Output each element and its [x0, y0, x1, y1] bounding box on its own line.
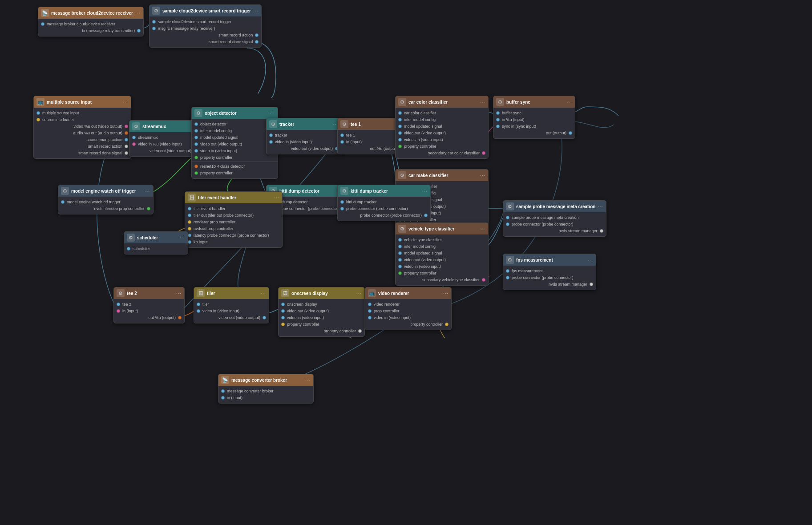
port-dot[interactable] [340, 207, 344, 210]
port-dot[interactable] [496, 125, 500, 128]
port-dot[interactable] [281, 323, 285, 326]
port-dot[interactable] [269, 133, 273, 137]
node-vehicle-type[interactable]: ⚙ vehicle type classifier ··· vehicle ty… [395, 222, 489, 286]
port-dot[interactable] [194, 171, 198, 175]
port-dot[interactable] [398, 118, 402, 121]
port-dot[interactable] [188, 240, 191, 244]
port-dot[interactable] [36, 118, 40, 121]
port-dot[interactable] [368, 316, 372, 319]
port-dot-out[interactable] [600, 229, 603, 233]
port-dot[interactable] [127, 247, 130, 250]
node-buffer-sync[interactable]: ⚙ buffer sync ··· buffer sync in %u (inp… [493, 96, 575, 139]
node-tiler[interactable]: 🖼 tiler ··· tiler video in (video input)… [194, 287, 269, 323]
port-dot[interactable] [269, 140, 273, 144]
port-dot[interactable] [194, 165, 198, 168]
node-object-detector[interactable]: ⚙ object detector ··· object detector in… [191, 107, 278, 179]
port-dot[interactable] [398, 271, 402, 275]
port-dot[interactable] [398, 131, 402, 135]
port-dot-out[interactable] [125, 145, 128, 148]
port-dot[interactable] [398, 251, 402, 255]
port-dot[interactable] [281, 309, 285, 313]
node-tracker[interactable]: ⚙ tracker ··· tracker video in (video in… [266, 118, 342, 154]
port-dot[interactable] [368, 303, 372, 306]
port-dot[interactable] [506, 222, 509, 226]
node-scheduler[interactable]: ⚙ scheduler ··· scheduler [124, 231, 188, 254]
node-tiler-event[interactable]: 🖼 tiler event handler ··· tiler event ha… [185, 191, 283, 248]
node-multiple-source[interactable]: 📺 multiple source input ··· multiple sou… [33, 96, 131, 159]
port-dot-out[interactable] [125, 125, 128, 128]
port-dot[interactable] [398, 138, 402, 141]
port-dot-out[interactable] [125, 151, 128, 155]
port-dot[interactable] [281, 316, 285, 319]
port-dot[interactable] [506, 216, 509, 219]
port-dot-out[interactable] [590, 283, 593, 286]
port-dot[interactable] [197, 303, 200, 306]
port-dot[interactable] [496, 111, 500, 115]
port-dot[interactable] [194, 129, 198, 133]
port-dot[interactable] [496, 118, 500, 121]
port-dot[interactable] [221, 389, 225, 393]
port-dot[interactable] [398, 238, 402, 242]
port-dot[interactable] [61, 200, 65, 204]
port-dot[interactable] [188, 220, 191, 224]
port-dot[interactable] [194, 122, 198, 126]
port-dot-out[interactable] [445, 323, 448, 326]
port-dot-out[interactable] [178, 316, 182, 319]
port-dot[interactable] [117, 303, 120, 306]
port-dot[interactable] [221, 396, 225, 400]
port-dot[interactable] [188, 234, 191, 237]
port-dot-out[interactable] [263, 316, 266, 319]
port-dot[interactable] [188, 227, 191, 230]
node-video-renderer[interactable]: 📺 video renderer ··· video renderer prop… [365, 287, 452, 330]
node-tee2[interactable]: ⚙ tee 2 ··· tee 2 in (input) out %u (out… [113, 287, 185, 323]
port-dot-out[interactable] [482, 278, 485, 282]
port-dot-out[interactable] [125, 138, 128, 141]
port-dot-out[interactable] [147, 207, 150, 210]
port-dot-out[interactable] [255, 40, 259, 44]
port-dot[interactable] [132, 136, 136, 139]
port-dot[interactable] [398, 245, 402, 248]
port-dot[interactable] [152, 27, 156, 30]
port-dot-out[interactable] [255, 33, 259, 37]
port-dot[interactable] [340, 200, 344, 204]
port-dot[interactable] [398, 265, 402, 268]
port-dot[interactable] [368, 309, 372, 313]
port-dot[interactable] [152, 20, 156, 24]
port-dot[interactable] [398, 111, 402, 115]
node-car-color[interactable]: ⚙ car color classifier ··· car color cla… [395, 96, 489, 159]
port-dot[interactable] [194, 149, 198, 153]
port-dot[interactable] [132, 142, 136, 146]
port-dot[interactable] [188, 207, 191, 210]
node-model-engine[interactable]: ⚙ model engine watch otf trigger ··· mod… [58, 185, 154, 214]
node-streammux[interactable]: ⚙ streammux ··· streammux video in %u (v… [129, 120, 200, 157]
node-message-broker[interactable]: 📡 message broker cloud2device receiver ·… [38, 7, 144, 36]
node-message-converter[interactable]: 📡 message converter broker ··· message c… [218, 374, 314, 404]
port-dot-out[interactable] [482, 151, 485, 155]
port-dot-out[interactable] [125, 131, 128, 135]
node-onscreen-display[interactable]: 🖼 onscreen display ··· onscreen display … [278, 287, 365, 337]
port-dot[interactable] [197, 309, 200, 313]
port-dot[interactable] [188, 214, 191, 217]
port-dot-out[interactable] [358, 329, 362, 333]
port-dot[interactable] [398, 145, 402, 148]
port-dot[interactable] [340, 133, 344, 137]
port-dot-out[interactable] [424, 214, 428, 217]
port-dot[interactable] [340, 140, 344, 144]
port-dot-out[interactable] [569, 131, 572, 135]
port-dot[interactable] [506, 269, 509, 273]
node-sample-probe[interactable]: ⚙ sample probe message meta creation ···… [503, 200, 606, 237]
port-dot[interactable] [194, 136, 198, 139]
node-fps-measurement[interactable]: ⚙ fps measurement ··· fps measurement pr… [503, 254, 596, 290]
port-dot[interactable] [194, 142, 198, 146]
port-dot[interactable] [398, 125, 402, 128]
port-dot[interactable] [117, 309, 120, 313]
port-dot[interactable] [281, 303, 285, 306]
port-dot[interactable] [506, 276, 509, 279]
port-dot[interactable] [36, 111, 40, 115]
node-sample-cloud2device[interactable]: ⚙ sample cloud2device smart record trigg… [149, 4, 262, 48]
port-dot-out[interactable] [137, 29, 141, 32]
node-kitti-dump-tracker[interactable]: ⚙ kitti dump tracker ··· kitti dump trac… [337, 185, 431, 221]
port-dot[interactable] [398, 258, 402, 262]
port-dot[interactable] [41, 22, 44, 26]
port-dot[interactable] [194, 156, 198, 159]
